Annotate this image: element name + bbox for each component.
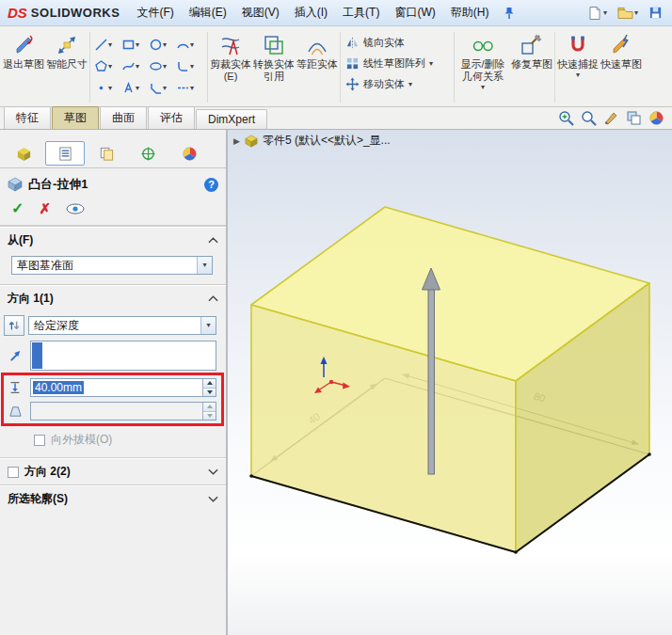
ellipse-tool-button[interactable]: ▾ [150, 56, 175, 76]
dropdown-arrow-icon[interactable]: ▾ [108, 41, 112, 49]
dropdown-arrow-icon[interactable]: ▾ [136, 85, 139, 92]
dropdown-arrow-icon[interactable]: ▾ [163, 85, 167, 92]
graphics-scene[interactable]: 40 80 [228, 130, 672, 635]
configuration-manager-tab[interactable] [87, 141, 126, 166]
sketch-vertex[interactable] [514, 550, 518, 554]
tab-dimxpert[interactable]: DimXpert [196, 109, 267, 129]
combo-arrow[interactable]: ▾ [197, 257, 212, 274]
section-direction2-header[interactable]: 方向 2(2) [0, 457, 226, 484]
extrude-preview-box[interactable] [251, 207, 649, 552]
dropdown-arrow-icon[interactable]: ▾ [163, 63, 167, 71]
menu-window[interactable]: 窗口(W) [387, 1, 442, 24]
end-condition-dropdown[interactable]: 给定深度 ▾ [28, 316, 216, 335]
section-contours-header[interactable]: 所选轮廓(S) [0, 484, 226, 512]
section-direction1-header[interactable]: 方向 1(1) [0, 284, 226, 311]
quick-snap-button[interactable]: 快速捕捉 ▾ [556, 28, 600, 106]
new-document-button[interactable]: ▾ [584, 3, 611, 24]
graphics-area[interactable]: 40 80 [228, 130, 672, 635]
ok-button[interactable]: ✓ [11, 199, 24, 217]
zoom-in-button[interactable] [558, 110, 574, 126]
sketch-vertex[interactable] [249, 474, 253, 478]
dropdown-arrow-icon[interactable]: ▾ [408, 81, 412, 88]
mirror-entities-button[interactable]: 镜向实体 [345, 36, 449, 50]
dimxpert-manager-tab[interactable] [128, 141, 168, 166]
reverse-direction-button[interactable] [4, 315, 24, 336]
sketch-vertex[interactable] [648, 452, 651, 456]
dropdown-arrow-icon[interactable]: ▾ [429, 60, 433, 68]
convert-entities-button[interactable]: 转换实体引用 [252, 28, 296, 106]
circle-tool-button[interactable]: ▾ [150, 35, 175, 55]
dropdown-arrow-icon[interactable]: ▾ [108, 85, 112, 92]
end-condition-row: 给定深度 ▾ [4, 315, 216, 336]
menu-help[interactable]: 帮助(H) [443, 1, 497, 24]
zoom-area-button[interactable] [581, 110, 597, 126]
property-manager-icon [57, 146, 73, 162]
dropdown-arrow-icon[interactable]: ▾ [108, 63, 112, 71]
breadcrumb[interactable]: ▶ 零件5 (默认<<默认>_显... [233, 133, 391, 149]
dropdown-arrow-icon[interactable]: ▾ [190, 85, 194, 92]
exit-sketch-button[interactable]: 退出草图 [2, 28, 45, 106]
spinner-down-button[interactable] [203, 412, 216, 421]
spinner-up-button[interactable] [203, 403, 216, 412]
feature-manager-tab[interactable] [4, 141, 43, 166]
polygon-tool-button[interactable]: ▾ [95, 56, 120, 76]
spinner-down-button[interactable] [203, 389, 216, 397]
appearance-button[interactable] [648, 110, 664, 126]
depth-input[interactable]: 40.00mm [30, 378, 216, 397]
menu-edit[interactable]: 编辑(E) [182, 1, 234, 24]
direction2-checkbox[interactable] [8, 467, 19, 478]
line-tool-button[interactable]: ▾ [95, 35, 120, 55]
draft-angle-input[interactable] [30, 402, 216, 421]
repair-sketch-button[interactable]: 修复草图 [510, 28, 553, 106]
display-manager-tab[interactable] [169, 141, 209, 166]
open-document-button[interactable]: ▾ [614, 3, 642, 23]
tab-evaluate[interactable]: 评估 [148, 106, 195, 129]
dropdown-arrow-icon[interactable]: ▾ [481, 84, 485, 91]
pin-icon[interactable] [496, 7, 522, 20]
cancel-button[interactable]: ✗ [39, 200, 51, 217]
quick-sketch-button[interactable]: 快速草图 [600, 28, 643, 106]
dropdown-arrow-icon[interactable]: ▾ [576, 71, 580, 79]
dropdown-arrow-icon[interactable]: ▾ [190, 41, 194, 49]
save-button[interactable] [645, 3, 666, 23]
dropdown-arrow-icon[interactable]: ▾ [136, 41, 139, 49]
menu-tools[interactable]: 工具(T) [335, 1, 387, 24]
draft-outward-checkbox[interactable] [34, 435, 45, 446]
help-icon[interactable]: ? [204, 178, 218, 192]
smart-dimension-button[interactable]: 智能尺寸 [45, 28, 88, 106]
arc-tool-button[interactable]: ▾ [177, 35, 202, 55]
offset-entities-button[interactable]: 等距实体 [296, 28, 339, 106]
display-style-button[interactable] [603, 110, 619, 126]
section-view-button[interactable] [626, 110, 642, 126]
text-tool-button[interactable]: ▾ [122, 78, 148, 98]
tab-surfaces[interactable]: 曲面 [100, 106, 147, 129]
display-relations-button[interactable]: 显示/删除几何关系 ▾ [456, 28, 510, 106]
section-from-header[interactable]: 从(F) [0, 226, 226, 253]
tab-features[interactable]: 特征 [4, 106, 51, 129]
dropdown-arrow-icon[interactable]: ▾ [190, 63, 194, 71]
trim-entities-button[interactable]: 剪裁实体(E) [209, 28, 252, 106]
menu-insert[interactable]: 插入(I) [287, 1, 335, 24]
dropdown-arrow-icon[interactable]: ▾ [136, 63, 139, 71]
move-entities-button[interactable]: 移动实体 ▾ [345, 77, 449, 91]
dropdown-arrow-icon[interactable]: ▾ [634, 9, 638, 17]
menu-view[interactable]: 视图(V) [234, 1, 287, 24]
menu-file[interactable]: 文件(F) [129, 1, 181, 24]
property-manager-tab[interactable] [45, 141, 85, 166]
collapse-arrow-icon[interactable]: ▶ [233, 136, 240, 146]
linear-pattern-button[interactable]: 线性草图阵列 ▾ [345, 56, 449, 71]
centerline-tool-button[interactable]: ▾ [177, 78, 202, 98]
preview-eye-button[interactable] [66, 203, 85, 214]
start-condition-dropdown[interactable]: 草图基准面 ▾ [11, 256, 213, 275]
spinner-up-button[interactable] [203, 379, 216, 389]
direction-reference-box[interactable] [30, 341, 216, 371]
fillet-tool-button[interactable]: ▾ [177, 56, 202, 76]
point-tool-button[interactable]: ▾ [95, 78, 120, 98]
tab-sketch[interactable]: 草图 [52, 106, 99, 129]
dropdown-arrow-icon[interactable]: ▾ [603, 9, 607, 17]
dropdown-arrow-icon[interactable]: ▾ [163, 41, 167, 49]
combo-arrow[interactable]: ▾ [200, 317, 216, 334]
rectangle-tool-button[interactable]: ▾ [122, 35, 148, 55]
spline-tool-button[interactable]: ▾ [122, 56, 148, 76]
chamfer-tool-button[interactable]: ▾ [150, 78, 175, 98]
